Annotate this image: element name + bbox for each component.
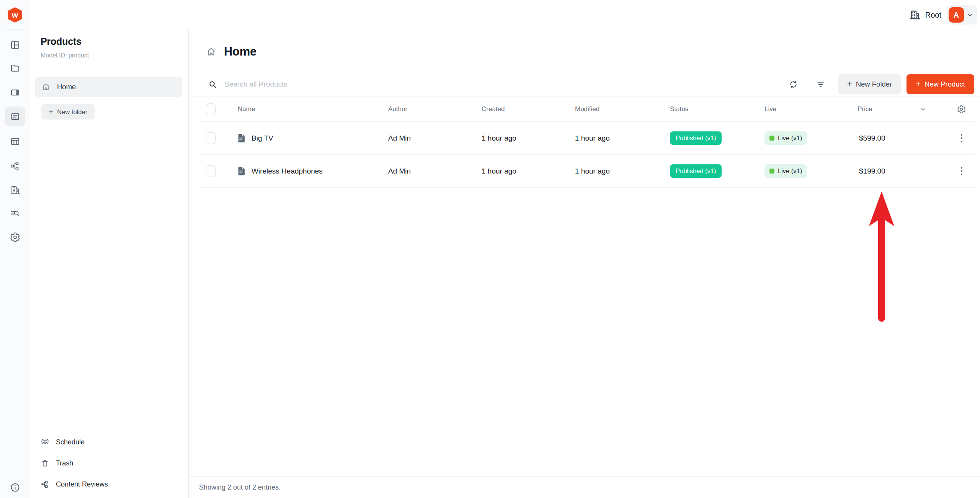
tenant-label: Root <box>925 11 941 20</box>
app-flow-icon <box>10 161 20 171</box>
column-header-created[interactable]: Created <box>482 105 575 113</box>
kebab-menu-icon[interactable] <box>957 165 966 177</box>
search-icon <box>208 80 217 89</box>
entries-count-text: Showing 2 out of 2 entries. <box>199 483 281 491</box>
entry-created: 1 hour ago <box>482 134 575 143</box>
filter-icon <box>816 80 825 89</box>
refresh-icon <box>789 80 798 89</box>
column-header-status[interactable]: Status <box>670 105 764 113</box>
new-product-button-label: New Product <box>924 80 965 88</box>
folder-icon <box>10 63 20 73</box>
status-badge: Published (v1) <box>670 131 722 145</box>
navigation-rail: w <box>0 0 30 498</box>
entry-price: $599.00 <box>858 134 957 143</box>
rail-item-page-builder[interactable] <box>5 82 25 102</box>
column-header-name[interactable]: Name <box>238 105 388 113</box>
live-badge: Live (v1) <box>764 164 807 178</box>
audit-logs-icon <box>10 208 20 219</box>
document-icon <box>238 134 246 143</box>
tenant-building-icon <box>10 185 20 195</box>
tenant-switcher[interactable]: Root <box>909 9 941 21</box>
workflow-icon <box>41 480 49 489</box>
kebab-menu-icon[interactable] <box>957 133 966 144</box>
entry-created: 1 hour ago <box>482 167 575 175</box>
webiny-logo[interactable]: w <box>8 7 22 23</box>
plus-icon: + <box>916 80 921 88</box>
rail-item-info[interactable] <box>5 477 25 497</box>
sidebar-item-home-label: Home <box>57 83 76 91</box>
table-row[interactable]: Wireless Headphones Ad Min 1 hour ago 1 … <box>199 155 974 188</box>
model-side-panel: Products Model ID: product Home + New fo… <box>30 30 189 498</box>
column-settings-gear-icon[interactable] <box>957 105 966 114</box>
live-dot <box>769 169 774 174</box>
entry-price: $199.00 <box>858 167 957 175</box>
select-all-checkbox[interactable] <box>206 103 216 115</box>
rail-item-tables[interactable] <box>5 131 25 151</box>
panel-subtitle: Model ID: product <box>41 52 89 59</box>
rail-item-dashboard[interactable] <box>5 35 25 55</box>
rail-item-settings[interactable] <box>5 227 25 247</box>
info-icon <box>10 482 20 493</box>
sidebar-item-trash[interactable]: Trash <box>41 455 108 472</box>
sidebar-item-content-reviews[interactable]: Content Reviews <box>41 476 108 493</box>
panel-title: Products <box>41 36 82 47</box>
toolbar: + New Folder + New Product <box>188 72 980 97</box>
new-folder-chip[interactable]: + New folder <box>41 104 95 120</box>
column-header-modified[interactable]: Modified <box>575 105 670 113</box>
sidebar-item-trash-label: Trash <box>56 459 73 467</box>
chevron-down-icon[interactable] <box>920 105 927 113</box>
layout-icon <box>10 40 20 50</box>
filter-button[interactable] <box>813 77 828 92</box>
row-checkbox[interactable] <box>206 132 216 144</box>
table-header-row: Name Author Created Modified Status Live… <box>199 97 974 122</box>
sidebar-item-home[interactable]: Home <box>35 77 182 97</box>
plus-icon: + <box>49 108 53 116</box>
entries-table: Name Author Created Modified Status Live… <box>199 97 974 188</box>
document-icon <box>238 167 246 176</box>
entry-author: Ad Min <box>388 167 482 175</box>
headless-cms-icon <box>10 111 20 122</box>
rail-item-app-flow[interactable] <box>5 156 25 176</box>
new-product-button[interactable]: + New Product <box>906 74 974 94</box>
ads-icon <box>10 87 20 98</box>
tables-icon <box>10 136 20 147</box>
logo-letter: w <box>12 11 18 19</box>
search-input[interactable] <box>224 80 493 89</box>
rail-item-files[interactable] <box>5 58 25 78</box>
rail-item-tenants[interactable] <box>5 180 25 200</box>
table-row[interactable]: Big TV Ad Min 1 hour ago 1 hour ago Publ… <box>199 122 974 155</box>
new-folder-button[interactable]: + New Folder <box>838 74 901 94</box>
new-folder-chip-label: New folder <box>57 108 87 116</box>
column-header-price[interactable]: Price <box>858 105 872 113</box>
rail-divider <box>5 29 25 30</box>
entry-modified: 1 hour ago <box>575 134 670 143</box>
user-menu[interactable]: A <box>947 5 977 25</box>
app-window: Root A w <box>0 0 980 498</box>
column-header-author[interactable]: Author <box>388 105 482 113</box>
main-content: Home + New Folder + New Product <box>188 30 980 498</box>
status-badge: Published (v1) <box>670 164 722 178</box>
page-title-text: Home <box>224 45 256 59</box>
rail-item-audit-logs[interactable] <box>5 203 25 223</box>
page-title: Home <box>206 43 256 60</box>
row-checkbox[interactable] <box>206 165 216 177</box>
home-icon <box>206 47 216 57</box>
entry-modified: 1 hour ago <box>575 167 670 175</box>
live-badge: Live (v1) <box>764 131 807 145</box>
rail-item-headless-cms[interactable] <box>5 106 25 126</box>
entry-name: Big TV <box>252 134 273 143</box>
refresh-button[interactable] <box>786 77 801 92</box>
avatar: A <box>949 7 964 23</box>
new-folder-button-label: New Folder <box>856 80 892 88</box>
broadcast-icon <box>41 438 49 447</box>
panel-divider <box>30 70 188 70</box>
settings-gear-icon <box>10 232 20 242</box>
column-header-live[interactable]: Live <box>764 105 858 113</box>
sidebar-item-schedule[interactable]: Schedule <box>41 434 108 450</box>
trash-icon <box>41 459 49 468</box>
entry-author: Ad Min <box>388 134 482 143</box>
home-icon <box>41 82 51 92</box>
sidebar-item-content-reviews-label: Content Reviews <box>56 480 108 488</box>
plus-icon: + <box>847 80 852 88</box>
entry-name: Wireless Headphones <box>252 167 323 175</box>
